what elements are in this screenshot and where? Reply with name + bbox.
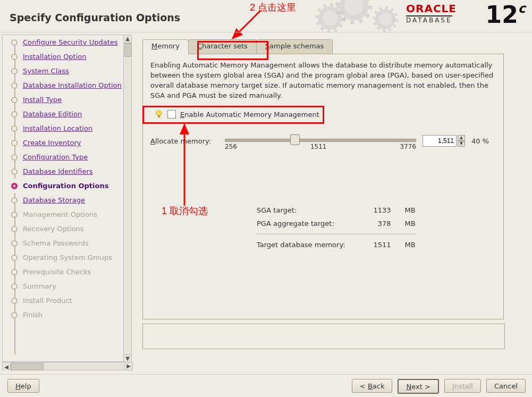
tab-character-sets[interactable]: Character sets bbox=[188, 39, 257, 55]
nav-step-dot-icon bbox=[11, 82, 18, 89]
sidebar: Configure Security UpdatesInstallation O… bbox=[2, 35, 124, 362]
scroll-thumb[interactable] bbox=[11, 363, 44, 370]
sidebar-item-label: Operating System Groups bbox=[23, 254, 112, 261]
nav-step-dot-icon bbox=[11, 312, 18, 318]
sidebar-item-label: Database Edition bbox=[23, 110, 82, 118]
nav-step-dot-icon bbox=[11, 183, 18, 189]
nav-step-dot-icon bbox=[11, 226, 18, 232]
sidebar-item-label: Database Installation Option bbox=[23, 81, 122, 89]
page-title: Specify Configuration Options bbox=[10, 12, 180, 23]
sidebar-item-installation-option[interactable]: Installation Option bbox=[3, 49, 124, 64]
install-button[interactable]: Install bbox=[444, 379, 481, 393]
allocate-memory-spinner[interactable]: ▲ ▼ bbox=[423, 135, 465, 147]
gear-icon bbox=[315, 3, 345, 33]
sidebar-item-label: Schema Passwords bbox=[23, 239, 89, 247]
tab-pane-memory: Enabling Automatic Memory Management all… bbox=[142, 54, 504, 319]
nav-step-dot-icon bbox=[11, 39, 18, 46]
scroll-down-icon[interactable]: ▼ bbox=[124, 354, 131, 362]
scroll-left-icon[interactable]: ◀ bbox=[3, 364, 11, 371]
allocate-memory-percent: 40 % bbox=[471, 137, 489, 145]
table-row: SGA target: 1133 MB bbox=[250, 204, 422, 216]
nav-step-dot-icon bbox=[11, 154, 18, 161]
sidebar-item-database-installation-option[interactable]: Database Installation Option bbox=[3, 78, 124, 92]
sidebar-item-configure-security-updates[interactable]: Configure Security Updates bbox=[3, 35, 124, 49]
sidebar-item-label: Create Inventory bbox=[23, 139, 81, 147]
spinner-up-icon[interactable]: ▲ bbox=[458, 135, 465, 141]
logo-brand: ORACLE bbox=[406, 2, 457, 15]
sidebar-item-management-options: Management Options bbox=[3, 207, 124, 222]
nav-step-dot-icon bbox=[11, 125, 18, 132]
gear-icon bbox=[373, 6, 398, 32]
sidebar-item-label: Summary bbox=[23, 282, 56, 290]
help-button[interactable]: Help bbox=[7, 379, 39, 393]
allocate-memory-label: Allocate memory: bbox=[150, 137, 218, 145]
back-button[interactable]: < Back bbox=[352, 379, 393, 393]
scroll-right-icon[interactable]: ▶ bbox=[124, 362, 132, 370]
enable-amm-checkbox[interactable] bbox=[167, 110, 176, 119]
sidebar-item-configuration-type[interactable]: Configuration Type bbox=[3, 150, 124, 164]
nav-step-dot-icon bbox=[11, 212, 18, 218]
annotation-2-text: 2 点击这里 bbox=[250, 1, 296, 14]
sidebar-item-operating-system-groups: Operating System Groups bbox=[3, 250, 124, 265]
logo-product: DATABASE bbox=[406, 15, 452, 24]
sidebar-item-create-inventory[interactable]: Create Inventory bbox=[3, 136, 124, 150]
enable-amm-row: Enable Automatic Memory Management bbox=[150, 107, 496, 122]
spinner-down-icon[interactable]: ▼ bbox=[458, 141, 465, 147]
wizard-footer: Help < Back Next > Install Cancel bbox=[0, 374, 532, 397]
message-panel bbox=[142, 324, 505, 349]
allocate-memory-input[interactable] bbox=[423, 135, 457, 147]
oracle-logo: ORACLE DATABASE 12c bbox=[406, 2, 526, 24]
sidebar-item-label: System Class bbox=[23, 67, 69, 75]
nav-step-dot-icon bbox=[11, 54, 18, 60]
total-value: 1511 bbox=[353, 239, 398, 251]
sga-unit: MB bbox=[399, 204, 422, 216]
sidebar-item-summary: Summary bbox=[3, 279, 124, 293]
sidebar-item-database-edition[interactable]: Database Edition bbox=[3, 107, 124, 121]
total-unit: MB bbox=[399, 239, 422, 251]
sidebar-item-label: Management Options bbox=[23, 210, 97, 218]
nav-step-dot-icon bbox=[11, 269, 18, 275]
pga-unit: MB bbox=[399, 217, 422, 230]
scroll-up-icon[interactable]: ▲ bbox=[124, 35, 131, 43]
nav-step-dot-icon bbox=[11, 240, 18, 247]
slider-mid: 1511 bbox=[310, 143, 327, 150]
sidebar-vertical-scrollbar[interactable]: ▲ ▼ bbox=[123, 35, 132, 363]
logo-version: 12c bbox=[486, 1, 526, 28]
tab-sample-schemas[interactable]: Sample schemas bbox=[256, 39, 333, 55]
sidebar-item-label: Database Identifiers bbox=[23, 167, 93, 175]
memory-description: Enabling Automatic Memory Management all… bbox=[150, 61, 496, 100]
nav-step-dot-icon bbox=[11, 111, 18, 117]
tab-strip: MemoryCharacter setsSample schemas bbox=[142, 39, 525, 54]
sidebar-item-label: Finish bbox=[23, 311, 43, 319]
scroll-thumb[interactable] bbox=[124, 43, 132, 57]
sidebar-item-database-identifiers[interactable]: Database Identifiers bbox=[3, 164, 124, 179]
sidebar-item-label: Install Type bbox=[23, 96, 62, 104]
sidebar-item-prerequisite-checks: Prerequisite Checks bbox=[3, 265, 124, 279]
svg-point-0 bbox=[156, 111, 162, 116]
slider-max: 3776 bbox=[400, 143, 416, 150]
sidebar-item-install-type[interactable]: Install Type bbox=[3, 92, 124, 107]
nav-step-dot-icon bbox=[11, 168, 18, 175]
sidebar-item-configuration-options[interactable]: Configuration Options bbox=[3, 179, 124, 193]
sidebar-item-recovery-options: Recovery Options bbox=[3, 222, 124, 236]
sidebar-item-label: Install Product bbox=[23, 297, 72, 305]
sidebar-item-database-storage[interactable]: Database Storage bbox=[3, 193, 124, 207]
table-row: PGA aggregate target: 378 MB bbox=[250, 217, 422, 230]
next-button[interactable]: Next > bbox=[398, 379, 438, 394]
sidebar-item-label: Installation Location bbox=[23, 124, 92, 132]
sidebar-item-installation-location[interactable]: Installation Location bbox=[3, 121, 124, 136]
annotation-1-text: 1 取消勾选 bbox=[162, 205, 208, 217]
allocate-memory-slider[interactable]: 256 1511 3776 bbox=[225, 133, 416, 148]
lightbulb-icon bbox=[155, 110, 163, 119]
sidebar-item-label: Configuration Type bbox=[23, 153, 88, 161]
cancel-button[interactable]: Cancel bbox=[486, 379, 526, 393]
sidebar-item-label: Recovery Options bbox=[23, 225, 84, 233]
sidebar-item-schema-passwords: Schema Passwords bbox=[3, 236, 124, 250]
sidebar-item-install-product: Install Product bbox=[3, 293, 124, 308]
memory-summary-table: SGA target: 1133 MB PGA aggregate target… bbox=[249, 203, 423, 252]
pga-label: PGA aggregate target: bbox=[250, 217, 352, 230]
pga-value: 378 bbox=[353, 217, 398, 230]
sidebar-item-system-class[interactable]: System Class bbox=[3, 64, 124, 78]
sidebar-horizontal-scrollbar[interactable]: ◀ ▶ bbox=[2, 362, 133, 370]
tab-memory[interactable]: Memory bbox=[142, 39, 189, 55]
